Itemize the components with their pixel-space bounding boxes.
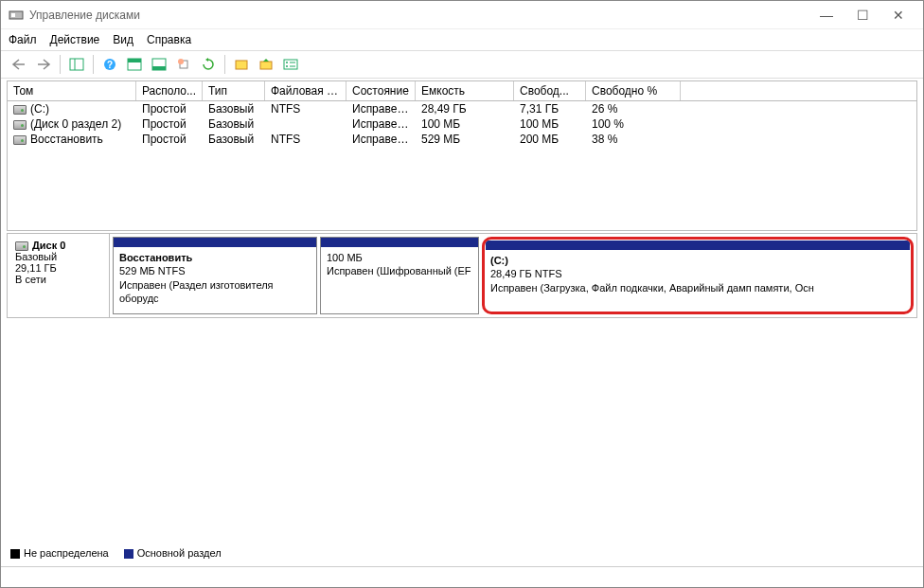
svg-rect-12	[236, 61, 247, 69]
legend-unallocated: Не распределена	[10, 547, 109, 559]
minimize-button[interactable]: —	[817, 8, 836, 23]
volume-table: Том Располо... Тип Файловая с... Состоян…	[7, 80, 917, 231]
partition-recovery[interactable]: Восстановить 529 МБ NTFS Исправен (Разде…	[113, 237, 317, 314]
forward-button[interactable]	[33, 54, 54, 75]
col-type[interactable]: Тип	[203, 81, 265, 100]
window-title: Управление дисками	[29, 9, 817, 22]
legend-swatch-black	[10, 549, 20, 559]
settings-bottom-button[interactable]	[149, 54, 169, 75]
svg-point-15	[286, 62, 288, 63]
partition-color-bar	[114, 238, 316, 247]
partition-c-highlighted[interactable]: (C:) 28,49 ГБ NTFS Исправен (Загрузка, Ф…	[482, 237, 914, 314]
col-layout[interactable]: Располо...	[136, 81, 203, 100]
drive-icon	[13, 120, 27, 130]
show-hide-button[interactable]	[66, 54, 87, 75]
col-volume[interactable]: Том	[8, 81, 136, 100]
svg-text:?: ?	[107, 60, 113, 70]
disk-panel: Диск 0 Базовый 29,11 ГБ В сети Восстанов…	[7, 233, 917, 318]
partition-status: Исправен (Шифрованный (EF	[327, 264, 472, 277]
folder-button[interactable]	[231, 54, 252, 75]
titlebar: Управление дисками — ☐ ✕	[1, 1, 923, 29]
partition-size: 28,49 ГБ NTFS	[490, 267, 905, 280]
menu-view[interactable]: Вид	[113, 33, 133, 46]
menu-help[interactable]: Справка	[147, 33, 191, 46]
partition-status: Исправен (Загрузка, Файл подкачки, Авари…	[490, 281, 905, 294]
menu-file[interactable]: Файл	[9, 33, 37, 46]
svg-rect-9	[152, 66, 166, 70]
svg-rect-13	[260, 62, 272, 69]
statusbar	[1, 566, 923, 587]
refresh-button[interactable]	[198, 54, 219, 75]
legend: Не распределена Основной раздел	[10, 547, 222, 559]
col-status[interactable]: Состояние	[346, 81, 416, 100]
partition-size: 529 МБ NTFS	[119, 264, 311, 277]
col-capacity[interactable]: Емкость	[416, 81, 514, 100]
settings-top-button[interactable]	[124, 54, 145, 75]
table-header: Том Располо... Тип Файловая с... Состоян…	[8, 81, 916, 101]
partition-color-bar	[486, 241, 910, 250]
legend-primary: Основной раздел	[124, 547, 222, 559]
disk-capacity: 29,11 ГБ	[15, 262, 101, 274]
svg-point-11	[178, 59, 184, 64]
partition-status: Исправен (Раздел изготовителя оборудс	[119, 278, 311, 306]
col-free[interactable]: Свобод...	[514, 81, 586, 100]
close-button[interactable]: ✕	[889, 8, 908, 23]
svg-rect-2	[70, 59, 83, 70]
svg-rect-7	[128, 59, 141, 62]
maximize-button[interactable]: ☐	[853, 8, 872, 23]
partition-size: 100 МБ	[327, 251, 472, 264]
list-button[interactable]	[280, 54, 301, 75]
drive-icon	[13, 105, 27, 115]
svg-rect-1	[11, 13, 15, 17]
disk-name: Диск 0	[32, 240, 65, 251]
partitions: Восстановить 529 МБ NTFS Исправен (Разде…	[110, 234, 916, 317]
col-free-pct[interactable]: Свободно %	[586, 81, 681, 100]
toolbar-separator	[60, 55, 61, 74]
help-button[interactable]: ?	[99, 54, 120, 75]
table-row[interactable]: ВосстановитьПростойБазовыйNTFSИсправен..…	[8, 132, 916, 147]
table-empty-area	[8, 147, 916, 230]
svg-point-16	[286, 65, 288, 67]
properties-button[interactable]	[173, 54, 194, 75]
back-button[interactable]	[9, 54, 29, 75]
disk-management-window: Управление дисками — ☐ ✕ Файл Действие В…	[0, 0, 924, 588]
disk-status: В сети	[15, 274, 101, 285]
folder-up-button[interactable]	[256, 54, 276, 75]
partition-name: (C:)	[490, 254, 905, 267]
disk-icon	[15, 241, 28, 251]
table-row[interactable]: (Диск 0 раздел 2)ПростойБазовыйИсправен.…	[8, 116, 916, 132]
partition-color-bar	[321, 238, 478, 247]
partition-efi[interactable]: 100 МБ Исправен (Шифрованный (EF	[320, 237, 479, 314]
table-row[interactable]: (C:)ПростойБазовыйNTFSИсправен...28,49 Г…	[8, 101, 916, 116]
col-filesystem[interactable]: Файловая с...	[265, 81, 346, 100]
app-icon	[9, 8, 24, 23]
drive-icon	[13, 135, 27, 145]
menu-action[interactable]: Действие	[50, 33, 100, 46]
window-controls: — ☐ ✕	[817, 8, 915, 23]
svg-rect-14	[284, 60, 297, 69]
disk-info[interactable]: Диск 0 Базовый 29,11 ГБ В сети	[8, 234, 110, 317]
toolbar-separator	[93, 55, 94, 74]
partition-name: Восстановить	[119, 251, 311, 264]
toolbar: ?	[1, 50, 923, 79]
disk-type: Базовый	[15, 251, 101, 262]
toolbar-separator	[224, 55, 225, 74]
menubar: Файл Действие Вид Справка	[1, 29, 923, 50]
legend-swatch-blue	[124, 549, 133, 559]
